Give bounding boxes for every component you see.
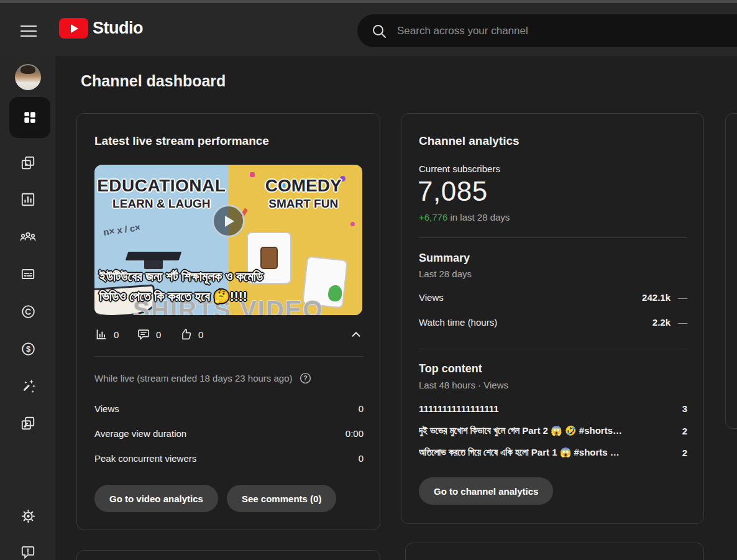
live-card-title: Latest live stream performance xyxy=(94,134,269,148)
likes-stat: 0 xyxy=(179,328,203,341)
copyright-icon xyxy=(20,303,37,320)
metric-value: 0 xyxy=(359,403,364,414)
thumbs-up-icon xyxy=(179,328,193,341)
current-subscribers-value: 7,085 xyxy=(418,176,488,207)
math-doodle: n× x / c× xyxy=(103,222,141,237)
see-comments-button[interactable]: See comments (0) xyxy=(227,485,336,512)
menu-button[interactable] xyxy=(17,19,40,43)
thumbnail-right-title: COMEDY xyxy=(244,176,362,196)
partial-card-bottom-left xyxy=(76,550,380,560)
sidebar-item-settings[interactable] xyxy=(9,501,47,531)
metric-row-views: Views0 xyxy=(94,403,364,414)
sidebar-item-audio-library[interactable] xyxy=(9,408,47,438)
video-title: 11111111111111111 xyxy=(419,403,682,414)
thumbnail-left-title: EDUCATIONAL xyxy=(94,176,229,196)
channel-avatar[interactable] xyxy=(15,64,41,90)
sidebar-item-earn[interactable]: $ xyxy=(9,334,47,364)
sidebar-item-community[interactable] xyxy=(9,222,47,252)
summary-subtitle: Last 28 days xyxy=(419,269,472,279)
youtube-play-icon xyxy=(59,18,88,39)
latest-live-stream-card: Latest live stream performance n× x / c× xyxy=(76,113,380,530)
svg-text:$: $ xyxy=(25,344,30,354)
top-content-row[interactable]: অতিলোভ করতে গিয়ে শেষে একি হলো Part 1 😱 … xyxy=(419,447,687,458)
top-content-row[interactable]: দুই ভন্ডের মুখোশ কিভাবে খুলে গেল Part 2 … xyxy=(419,425,687,436)
sidebar-item-analytics[interactable] xyxy=(9,185,47,214)
search-bar[interactable] xyxy=(357,14,737,47)
comment-icon xyxy=(137,328,150,341)
analytics-card-title: Channel analytics xyxy=(419,134,520,148)
sidebar-item-send-feedback[interactable] xyxy=(9,537,47,560)
sidebar: $ xyxy=(0,56,55,560)
divider xyxy=(419,349,687,349)
youtube-studio-dashboard: Studio xyxy=(0,0,737,560)
search-input[interactable] xyxy=(397,25,695,37)
summary-value: 2.2k xyxy=(652,317,671,328)
partial-card-bottom-right xyxy=(405,543,704,560)
sidebar-item-dashboard[interactable] xyxy=(9,97,50,138)
metric-label: Views xyxy=(94,403,119,414)
thumbnail-caption-line1: ইউটিউবের জন্য শর্ট শিক্ষামূলক ও কমেডি xyxy=(99,269,360,284)
confetti xyxy=(350,222,355,226)
summary-title: Summary xyxy=(419,252,470,265)
dashboard-icon xyxy=(22,109,38,126)
divider xyxy=(94,356,364,357)
thumbnail-left-subtitle: LEARN & LAUGH xyxy=(94,197,229,211)
sidebar-item-customization[interactable] xyxy=(9,371,47,401)
subscribers-delta-value: +6,776 xyxy=(419,212,447,223)
likes-count: 0 xyxy=(198,329,203,340)
bar-chart-icon xyxy=(94,328,108,341)
divider xyxy=(419,237,687,238)
video-title: দুই ভন্ডের মুখোশ কিভাবে খুলে গেল Part 2 … xyxy=(419,425,682,436)
top-content-row[interactable]: 11111111111111111 3 xyxy=(419,403,687,414)
while-live-label: While live (stream ended 18 days 23 hour… xyxy=(94,372,312,385)
metric-label: Average view duration xyxy=(94,428,186,439)
summary-label: Watch time (hours) xyxy=(419,317,652,328)
top-content-subtitle: Last 48 hours · Views xyxy=(419,380,508,390)
play-button[interactable] xyxy=(212,204,245,237)
page-title: Channel dashboard xyxy=(81,72,226,90)
partial-card-right xyxy=(725,113,737,429)
content-icon xyxy=(20,155,36,171)
studio-logo[interactable]: Studio xyxy=(59,18,143,39)
audio-library-icon xyxy=(20,415,36,431)
video-title: অতিলোভ করতে গিয়ে শেষে একি হলো Part 1 😱 … xyxy=(419,447,682,458)
metric-row-avg-duration: Average view duration0:00 xyxy=(94,428,364,439)
views-count: 0 xyxy=(114,329,119,340)
subtitles-icon xyxy=(20,266,36,282)
views-stat: 0 xyxy=(94,328,119,341)
metric-row-peak-viewers: Peak concurrent viewers0 xyxy=(94,453,364,464)
go-to-channel-analytics-button[interactable]: Go to channel analytics xyxy=(419,477,553,505)
graduation-cap-doodle xyxy=(127,252,180,269)
topbar: Studio xyxy=(0,3,737,56)
search-icon xyxy=(371,23,387,39)
current-subscribers-label: Current subscribers xyxy=(419,163,500,174)
summary-row-views: Views 242.1k — xyxy=(419,292,687,303)
channel-analytics-card: Channel analytics Current subscribers 7,… xyxy=(401,113,704,524)
sidebar-item-content[interactable] xyxy=(9,148,47,178)
customization-icon xyxy=(20,378,37,395)
chevron-up-icon xyxy=(349,328,363,341)
thumbnail-caption-line2: ভিডিও পেতে কি করতে হবে 🤔!!!! xyxy=(99,289,360,304)
trend-flat-icon: — xyxy=(678,317,687,328)
collapse-button[interactable] xyxy=(349,328,363,341)
comments-count: 0 xyxy=(156,329,161,340)
trend-flat-icon: — xyxy=(678,292,687,303)
studio-logo-text: Studio xyxy=(93,19,143,38)
analytics-icon xyxy=(20,191,36,208)
video-views: 3 xyxy=(682,403,687,414)
hamburger-icon xyxy=(21,24,37,38)
summary-value: 242.1k xyxy=(642,292,671,303)
metric-value: 0:00 xyxy=(346,428,364,439)
avatar-photo xyxy=(21,65,35,74)
metric-label: Peak concurrent viewers xyxy=(94,453,196,464)
play-icon xyxy=(225,216,234,227)
video-views: 2 xyxy=(682,426,687,436)
go-to-video-analytics-button[interactable]: Go to video analytics xyxy=(94,485,218,512)
earn-icon: $ xyxy=(20,341,37,357)
summary-row-watch-time: Watch time (hours) 2.2k — xyxy=(419,317,687,328)
sidebar-item-subtitles[interactable] xyxy=(9,259,47,289)
live-stream-thumbnail[interactable]: n× x / c× EDUCATIONAL LEARN & LAUGH COME… xyxy=(94,165,362,315)
help-icon[interactable]: ? xyxy=(299,372,312,385)
feedback-icon xyxy=(20,544,36,560)
sidebar-item-copyright[interactable] xyxy=(9,296,47,326)
